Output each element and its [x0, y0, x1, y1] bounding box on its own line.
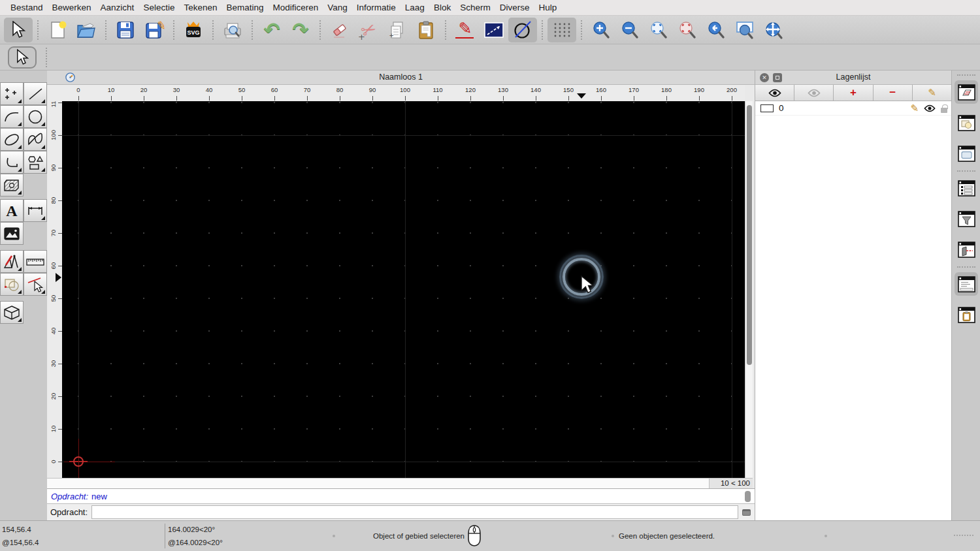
zoom-auto-button[interactable] [644, 18, 673, 42]
layer-panel-title: Lagenlijst [755, 72, 951, 82]
menu-item[interactable]: Bemating [221, 0, 268, 16]
svg-text:+: + [389, 31, 393, 39]
layer-color-swatch[interactable] [760, 104, 774, 112]
menu-item[interactable]: Bestand [6, 0, 48, 16]
new-document-button[interactable] [43, 18, 72, 42]
command-input[interactable] [91, 505, 738, 519]
paste-button[interactable] [412, 18, 440, 42]
open-document-button[interactable] [72, 18, 101, 42]
dock-selection-filter-button[interactable] [955, 207, 978, 230]
zoom-out-button[interactable] [615, 18, 644, 42]
dock-isometric-view-button[interactable] [955, 238, 978, 261]
menu-item[interactable]: Blok [429, 0, 455, 16]
image-tool-button[interactable] [0, 222, 24, 245]
clipboard-icon [417, 20, 435, 40]
document-title-bar[interactable]: Naamloos 1 [47, 71, 755, 85]
show-all-layers-button[interactable] [755, 85, 794, 101]
selection-arrow-button[interactable] [4, 18, 33, 42]
text-tool-button[interactable]: A [0, 199, 24, 222]
command-line-window-icon [958, 276, 975, 292]
dock-block-list-button[interactable] [955, 111, 978, 134]
menu-item[interactable]: Modificeren [269, 0, 323, 16]
arc-tool-button[interactable] [0, 105, 24, 128]
edit-layer-button[interactable]: ✎ [913, 85, 951, 101]
command-history-scrollbar-thumb[interactable] [745, 491, 751, 502]
grid-meta-line [62, 462, 745, 462]
menu-item[interactable]: Scherm [455, 0, 495, 16]
current-tool-button[interactable] [8, 46, 37, 69]
menu-item[interactable]: Informatie [352, 0, 400, 16]
modify-shapes-button[interactable] [0, 273, 24, 296]
dock-clipboard-button[interactable] [955, 303, 978, 326]
status-separator-dot [825, 535, 827, 537]
ellipse-tool-button[interactable] [0, 128, 24, 151]
clipboard-window-icon [958, 307, 975, 323]
measure-ruler-button[interactable] [24, 250, 47, 273]
layer-row[interactable]: 0 ✎ [755, 101, 951, 116]
menu-item[interactable]: Bewerken [48, 0, 96, 16]
save-as-button[interactable]: ✎ [140, 18, 169, 42]
add-layer-button[interactable]: + [834, 85, 873, 101]
remove-layer-button[interactable]: − [874, 85, 913, 101]
property-list-window-icon [958, 180, 975, 197]
menu-item[interactable]: Aanzicht [96, 0, 139, 16]
cut-button[interactable]: ✂ + [354, 18, 383, 42]
draw-circle-button[interactable] [508, 18, 537, 42]
grid-toggle-button[interactable] [547, 18, 576, 42]
points-tool-button[interactable] [0, 82, 24, 105]
undo-button[interactable]: ↶ [257, 18, 286, 42]
dimension-tool-button[interactable] [24, 199, 47, 222]
export-svg-button[interactable]: SVG [179, 18, 208, 42]
vertical-scrollbar-thumb[interactable] [747, 105, 752, 365]
grid-meta-line [78, 101, 79, 478]
menu-item[interactable]: Selectie [139, 0, 179, 16]
line-tool-button[interactable] [24, 82, 47, 105]
zoom-selected-icon [678, 20, 697, 40]
dock-library-browser-button[interactable] [955, 142, 978, 165]
eraser-icon [330, 20, 350, 40]
zoom-previous-icon [706, 20, 726, 40]
layer-panel-title-bar[interactable]: ✕ Lagenlijst [755, 71, 951, 85]
polyline-tool-button[interactable] [0, 151, 24, 174]
open-folder-icon [76, 20, 97, 40]
solid-3d-button[interactable] [0, 301, 24, 324]
pan-button[interactable] [759, 18, 788, 42]
line-attributes-button[interactable] [480, 18, 508, 42]
drawing-canvas[interactable] [62, 101, 745, 478]
delete-button[interactable] [325, 18, 354, 42]
save-button[interactable] [111, 18, 140, 42]
edit-layer-icon[interactable]: ✎ [910, 102, 919, 114]
spline-tool-button[interactable] [24, 128, 47, 151]
print-preview-button[interactable] [218, 18, 247, 42]
horizontal-scrollbar[interactable] [47, 478, 709, 488]
red-pen-icon: ✎ [459, 19, 472, 38]
dock-property-list-button[interactable] [955, 176, 978, 200]
menu-item[interactable]: Tekenen [179, 0, 221, 16]
pen-attributes-button[interactable]: ✎ [451, 18, 480, 42]
zoom-previous-button[interactable] [702, 18, 730, 42]
new-document-icon [48, 20, 67, 40]
dock-layer-list-button[interactable] [955, 80, 978, 104]
draw-measure-tools-button[interactable] [0, 250, 24, 273]
menu-item[interactable]: Laag [400, 0, 429, 16]
mouse-hint-icon [467, 525, 482, 546]
dock-command-line-button[interactable] [955, 272, 978, 296]
cursor-arrow-icon [11, 21, 25, 39]
copy-button[interactable]: + [383, 18, 412, 42]
zoom-window-button[interactable] [730, 18, 759, 42]
hide-all-layers-button[interactable] [794, 85, 834, 101]
menu-item[interactable]: Diverse [495, 0, 534, 16]
zoom-in-button[interactable] [587, 18, 615, 42]
menu-item[interactable]: Vang [323, 0, 352, 16]
hatch-tool-button[interactable] [0, 174, 24, 197]
command-options-button[interactable] [741, 507, 752, 518]
vertical-scrollbar[interactable] [745, 101, 753, 478]
layer-lock-icon[interactable] [941, 108, 947, 113]
layer-visible-icon[interactable] [924, 104, 936, 112]
zoom-selected-button[interactable] [673, 18, 702, 42]
shapes-tool-button[interactable] [24, 151, 47, 174]
redo-button[interactable]: ↷ [286, 18, 315, 42]
menu-item[interactable]: Hulp [534, 0, 561, 16]
select-entities-button[interactable] [24, 273, 47, 296]
circle-tool-button[interactable] [24, 105, 47, 128]
